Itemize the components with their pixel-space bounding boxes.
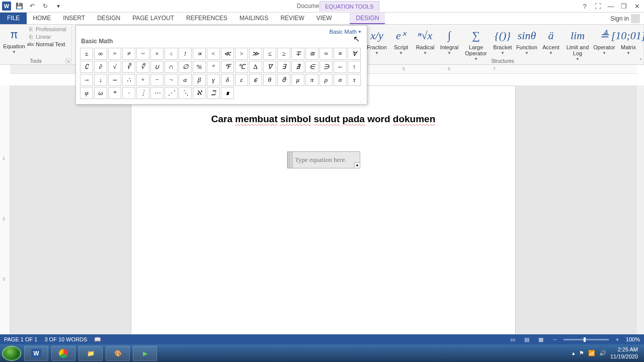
symbol-cell[interactable]: ∋ xyxy=(319,61,333,73)
symbol-cell[interactable]: ∝ xyxy=(193,48,206,60)
symbol-cell[interactable]: ℉ xyxy=(221,61,234,73)
clock[interactable]: 2:25 AM 11/19/2020 xyxy=(610,346,638,359)
tab-file[interactable]: FILE xyxy=(0,13,27,24)
symbol-cell[interactable]: ± xyxy=(80,48,93,60)
structure-large-operator[interactable]: ∑Large Operator▼ xyxy=(461,27,491,61)
structure-limit-and-log[interactable]: limLimit and Log▼ xyxy=(563,27,592,61)
structure-radical[interactable]: ⁿ√xRadical▼ xyxy=(413,27,437,55)
symbol-cell[interactable]: ≪ xyxy=(221,48,234,60)
action-center-icon[interactable]: ⚑ xyxy=(579,350,584,356)
restore-button[interactable]: ❐ xyxy=(618,1,630,12)
symbol-cell[interactable]: ℵ xyxy=(193,87,206,99)
symbol-cell[interactable]: ≤ xyxy=(263,48,276,60)
symbol-cell[interactable]: μ xyxy=(291,74,304,86)
symbol-cell[interactable]: β xyxy=(193,74,206,86)
taskbar-word[interactable]: W xyxy=(24,346,48,361)
symbol-cell[interactable]: ~ xyxy=(136,48,149,60)
save-button[interactable]: 💾 xyxy=(14,1,24,11)
symbol-cell[interactable]: ∴ xyxy=(122,74,135,86)
symbol-cell[interactable]: ≡ xyxy=(334,48,347,60)
spell-check-icon[interactable]: 📖 xyxy=(94,336,101,343)
zoom-out-button[interactable]: − xyxy=(549,335,560,343)
structure-script[interactable]: eˣScript▼ xyxy=(389,27,413,55)
symbol-cell[interactable]: ∩ xyxy=(165,61,178,73)
symbol-cell[interactable]: × xyxy=(150,48,164,60)
symbol-cell[interactable]: ≥ xyxy=(277,48,290,60)
professional-button[interactable]: ⎘ Professional xyxy=(27,26,66,33)
taskbar-paint[interactable]: 🎨 xyxy=(106,346,130,361)
symbol-cell[interactable]: ∃ xyxy=(277,61,290,73)
symbol-cell[interactable]: ! xyxy=(179,48,192,60)
symbol-cell[interactable]: δ xyxy=(221,74,234,86)
symbol-cell[interactable]: % xyxy=(193,61,206,73)
symbol-cell[interactable]: γ xyxy=(207,74,220,86)
system-tray[interactable]: ▴ ⚑ 📶 🔊 2:25 AM 11/19/2020 xyxy=(572,346,642,359)
symbol-cell[interactable]: ∂ xyxy=(94,61,107,73)
symbol-cell[interactable]: < xyxy=(207,48,220,60)
network-icon[interactable]: 📶 xyxy=(588,350,595,356)
tab-equation-design[interactable]: DESIGN xyxy=(350,13,385,24)
tab-home[interactable]: HOME xyxy=(27,13,57,24)
redo-button[interactable]: ↻ xyxy=(40,1,50,11)
symbol-cell[interactable]: ↔ xyxy=(108,74,121,86)
tab-view[interactable]: VIEW xyxy=(310,13,338,24)
resize-grip-icon[interactable]: ⋰ xyxy=(360,98,365,103)
symbol-cell[interactable]: τ xyxy=(348,74,361,86)
taskbar-explorer[interactable]: 📁 xyxy=(78,346,103,361)
qat-customize-icon[interactable]: ▾ xyxy=(53,1,63,11)
symbol-cell[interactable]: ∜ xyxy=(136,61,149,73)
symbol-cell[interactable]: ↓ xyxy=(94,74,107,86)
symbol-cell[interactable]: π xyxy=(305,74,318,86)
zoom-in-button[interactable]: + xyxy=(612,335,623,343)
vertical-ruler[interactable]: 1 2 3 xyxy=(0,85,10,334)
symbol-cell[interactable]: ℃ xyxy=(235,61,248,73)
print-layout-button[interactable]: ▤ xyxy=(521,335,532,343)
symbol-category-dropdown[interactable]: Basic Math ▼ xyxy=(330,29,362,35)
symbol-cell[interactable]: ∀ xyxy=(348,48,361,60)
symbol-cell[interactable]: * xyxy=(108,87,121,99)
equation-placeholder[interactable]: Type equation here. xyxy=(293,152,360,168)
status-words[interactable]: 3 OF 10 WORDS xyxy=(44,336,87,342)
page[interactable]: Cara membuat simbol sudut pada word doku… xyxy=(131,85,516,334)
vertical-scrollbar[interactable] xyxy=(637,85,644,334)
status-page[interactable]: PAGE 1 OF 1 xyxy=(4,336,37,342)
linear-button[interactable]: ⎗ Linear xyxy=(27,33,66,40)
symbol-cell[interactable]: σ xyxy=(334,74,347,86)
symbol-cell[interactable]: ∄ xyxy=(291,61,304,73)
web-layout-button[interactable]: ▦ xyxy=(535,335,546,343)
zoom-slider[interactable] xyxy=(564,339,609,340)
equation-options-dropdown[interactable]: ▼ xyxy=(354,162,360,168)
symbol-cell[interactable]: → xyxy=(80,74,93,86)
symbol-cell[interactable]: ← xyxy=(334,61,347,73)
tab-references[interactable]: REFERENCES xyxy=(180,13,233,24)
symbol-cell[interactable]: ϵ xyxy=(249,74,262,86)
equation-move-handle[interactable] xyxy=(288,152,293,168)
symbol-cell[interactable]: ¬ xyxy=(165,74,178,86)
symbol-cell[interactable]: ≫ xyxy=(249,48,262,60)
symbol-cell[interactable]: ∅ xyxy=(179,61,192,73)
symbol-cell[interactable]: ε xyxy=(235,74,248,86)
structure-integral[interactable]: ∫Integral▼ xyxy=(437,27,461,55)
read-mode-button[interactable]: ▭ xyxy=(507,335,518,343)
symbol-cell[interactable]: ∆ xyxy=(249,61,262,73)
collapse-ribbon-button[interactable]: ˄ xyxy=(639,58,642,63)
start-button[interactable] xyxy=(2,346,21,361)
symbol-cell[interactable]: ∁ xyxy=(80,61,93,73)
structure-accent[interactable]: äAccent▼ xyxy=(539,27,563,55)
symbol-cell[interactable]: ϑ xyxy=(277,74,290,86)
symbol-cell[interactable]: + xyxy=(136,74,149,86)
symbol-cell[interactable]: ≠ xyxy=(122,48,135,60)
symbol-cell[interactable]: ω xyxy=(94,87,107,99)
symbol-cell[interactable]: α xyxy=(179,74,192,86)
zoom-level[interactable]: 100% xyxy=(626,336,640,342)
tools-dialog-launcher[interactable]: ↘ xyxy=(65,58,70,63)
symbol-cell[interactable]: √ xyxy=(108,61,121,73)
structure-function[interactable]: sinθFunction▼ xyxy=(515,27,539,55)
symbol-cell[interactable]: − xyxy=(150,74,164,86)
symbol-cell[interactable]: ρ xyxy=(319,74,333,86)
symbol-cell[interactable]: ℶ xyxy=(207,87,220,99)
symbol-cell[interactable]: ⋮ xyxy=(136,87,149,99)
symbol-cell[interactable]: ° xyxy=(207,61,220,73)
normal-text-button[interactable]: abc Normal Text xyxy=(27,41,66,48)
symbol-cell[interactable]: ≅ xyxy=(305,48,318,60)
